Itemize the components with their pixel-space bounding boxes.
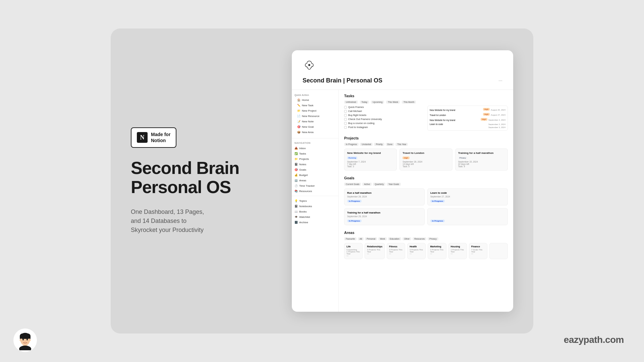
list-item: Marketing 3 Projects This Year — <box>428 243 446 259</box>
task-checkbox[interactable] <box>344 106 347 109</box>
area-meta: 3 Projects This Year <box>389 249 403 253</box>
filter-unstarted[interactable]: Unstarted <box>360 143 373 146</box>
subtitle: One Dashboard, 13 Pages, and 14 Database… <box>131 207 272 235</box>
list-item: New Website for my brand High September … <box>430 118 505 122</box>
sidebar-item-new-goal[interactable]: 🎯 New Goal <box>294 124 336 129</box>
new-resource-icon: 📄 <box>297 114 301 118</box>
sidebar-item-new-area[interactable]: 📦 New Area <box>294 129 336 135</box>
list-item: Call Michael <box>344 110 425 113</box>
sidebar-item-notebooks[interactable]: 📓Notebooks <box>292 203 338 209</box>
avatar-container <box>13 328 37 352</box>
filter-other[interactable]: Other <box>402 237 411 240</box>
filter-unfinished[interactable]: Unfinished <box>344 101 358 104</box>
project-tasks: Task: 9 <box>458 165 505 168</box>
avatar <box>13 328 37 352</box>
task-checkbox[interactable] <box>344 126 347 129</box>
filter-priority[interactable]: Priority <box>374 143 384 146</box>
filter-this-week[interactable]: This Week <box>386 101 400 104</box>
list-item: Run a half marathon September 28, 2024 I… <box>344 188 425 205</box>
sidebar-item-archive[interactable]: 🗄️Archive <box>292 220 338 225</box>
filter-privacy[interactable]: Privacy <box>428 237 438 240</box>
area-title <box>492 245 505 248</box>
inbox-icon: 📥 <box>294 146 298 150</box>
notion-main-content: Tasks Unfinished Today Upcoming This Wee… <box>339 90 513 312</box>
filter-this-month[interactable]: This Month <box>402 101 416 104</box>
filter-all[interactable]: All <box>358 237 364 240</box>
svg-point-9 <box>20 339 21 341</box>
svg-rect-3 <box>20 334 31 339</box>
sidebar-item-new-task[interactable]: ✏️ New Task <box>294 103 336 108</box>
filter-current-goals[interactable]: Current Goals <box>344 183 361 186</box>
tasks-title: Tasks <box>344 94 508 98</box>
new-note-icon: 📝 <box>297 120 301 123</box>
filter-quarterly[interactable]: Quarterly <box>373 183 385 186</box>
filter-today[interactable]: Today <box>360 101 369 104</box>
sidebar-item-budget[interactable]: 💰Budget <box>292 172 338 178</box>
sidebar-item-new-note[interactable]: 📝 New Note <box>294 119 336 124</box>
task-checkbox[interactable] <box>344 118 347 121</box>
filter-favourite[interactable]: Favourite <box>344 237 357 240</box>
filter-education[interactable]: Education <box>388 237 401 240</box>
sidebar-item-projects[interactable]: 📁Projects <box>292 156 338 162</box>
sidebar-item-areas[interactable]: 🏢Areas <box>292 178 338 183</box>
area-title: Fitness <box>389 245 403 248</box>
page-title: Second Brain | Personal OS ··· <box>292 76 513 90</box>
goal-status-tag: In Progress <box>347 200 362 202</box>
tasks-right-panel: New Website for my brand High August 20,… <box>427 106 508 131</box>
sidebar-item-books[interactable]: 📖Books <box>292 209 338 214</box>
quick-action-label: Quick Action <box>294 94 336 96</box>
areas-section: Areas Favourite All Personal Work Educat… <box>344 231 508 259</box>
filter-in-progress[interactable]: In Progress <box>344 143 359 146</box>
area-title: Finance <box>471 245 485 248</box>
areas-icon: 🏢 <box>294 179 298 182</box>
list-item: Housing 1 Projects This Year — <box>448 243 467 259</box>
tasks-icon: ✅ <box>294 152 298 155</box>
sidebar-item-watchlist[interactable]: 👁️Watchlist <box>292 214 338 220</box>
sidebar-item-new-project[interactable]: 📁 New Project <box>294 108 336 113</box>
area-meta: 1 Projects This Year <box>451 249 465 253</box>
notion-content: Quick Action 🏠 Home ✏️ New Task 📁 New Pr… <box>292 90 513 312</box>
quick-action-section: Quick Action 🏠 Home ✏️ New Task 📁 New Pr… <box>292 93 338 136</box>
goal-date: September 29, 2024 <box>347 215 422 218</box>
topics-icon: 💡 <box>294 199 298 202</box>
sidebar-item-notes[interactable]: 📓Notes <box>292 162 338 167</box>
areas-title: Areas <box>344 231 508 235</box>
project-card-title: Travel to London <box>402 152 449 155</box>
sidebar-item-topics[interactable]: 💡Topics <box>292 198 338 203</box>
task-checkbox[interactable] <box>344 122 347 125</box>
tasks-grid: Quick Frames Call Michael Buy flight tic… <box>344 106 508 131</box>
list-item: Relationships 3 Projects This Year — <box>365 243 385 259</box>
sidebar-item-tasks[interactable]: ✅Tasks <box>292 151 338 156</box>
new-area-icon: 📦 <box>297 130 301 134</box>
filter-this-year[interactable]: This Year <box>395 143 408 146</box>
task-checkbox[interactable] <box>344 114 347 117</box>
tasks-filters: Unfinished Today Upcoming This Week This… <box>344 101 508 104</box>
area-count: — <box>471 253 485 255</box>
task-checkbox[interactable] <box>344 110 347 113</box>
sidebar-item-home[interactable]: 🏠 Home <box>294 97 336 103</box>
filter-active[interactable]: Active <box>362 183 372 186</box>
list-item: New Website for my brand High August 20,… <box>430 108 505 112</box>
goal-card-title: Learn to code <box>430 191 505 194</box>
filter-done[interactable]: Done <box>386 143 394 146</box>
goal-card-title: Training for a half marathon <box>347 211 422 214</box>
filter-upcoming[interactable]: Upcoming <box>371 101 384 104</box>
filter-personal[interactable]: Personal <box>365 237 377 240</box>
sidebar-item-goals[interactable]: 🎯Goals <box>292 167 338 172</box>
sidebar-item-new-resource[interactable]: 📄 New Resource <box>294 113 336 119</box>
sidebar-item-timetracker[interactable]: ⏱️Time Tracker <box>292 183 338 188</box>
filter-resources[interactable]: Resources <box>413 237 426 240</box>
filter-work[interactable]: Work <box>378 237 387 240</box>
sidebar-item-resources[interactable]: 📚Resources <box>292 188 338 194</box>
filter-year-goals[interactable]: Year Goals <box>387 183 401 186</box>
area-count: — <box>410 253 423 255</box>
nav-section-label: Navigation <box>292 140 338 145</box>
sidebar-item-inbox[interactable]: 📥Inbox <box>292 145 338 151</box>
goal-card-title <box>430 211 505 214</box>
goals-title: Goals <box>344 176 508 180</box>
budget-icon: 💰 <box>294 173 298 177</box>
project-days: 7 day left <box>347 163 394 165</box>
notion-preview: Second Brain | Personal OS ··· Quick Act… <box>292 50 513 312</box>
main-card: N Made for Notion Second Brain Personal … <box>111 28 533 334</box>
goal-status-tag: In Progress <box>347 220 362 222</box>
